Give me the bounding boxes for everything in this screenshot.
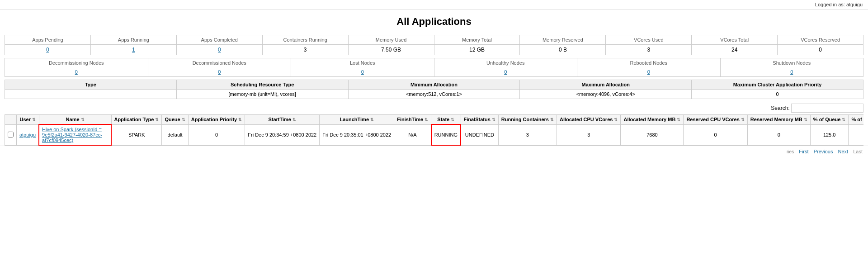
node-metric-value-5[interactable]: 0 (721, 67, 863, 76)
footer-nav: ries First Previous Next Last (0, 146, 868, 157)
sort-icon-14: ⇅ (741, 118, 745, 122)
cluster-metrics-values-row: 01037.50 GB12 GB0 B3240 (5, 45, 863, 55)
node-metric-value-1[interactable]: 0 (148, 67, 292, 76)
sort-icon-5: ⇅ (238, 118, 242, 122)
node-metric-label-2: Lost Nodes (291, 58, 434, 67)
row-checkbox[interactable] (8, 132, 14, 137)
cluster-metric-value-1[interactable]: 1 (91, 45, 177, 55)
table-cell-0[interactable] (5, 124, 17, 145)
node-metrics-section: Decommissioning NodesDecommissioned Node… (5, 58, 863, 77)
cluster-metric-label-4: Memory Used (349, 35, 434, 44)
col-header-14[interactable]: Reserved CPU VCores ⇅ (684, 115, 747, 125)
table-cell-8: N/A (394, 124, 431, 145)
col-header-17[interactable]: % of Cluster ⇅ (849, 115, 863, 125)
cluster-metric-value-2[interactable]: 0 (177, 45, 263, 55)
cluster-metric-label-7: VCores Used (606, 35, 692, 44)
login-text: Logged in as: atguigu (815, 2, 863, 7)
node-metric-value-0[interactable]: 0 (5, 67, 148, 76)
scheduler-headers-row: TypeScheduling Resource TypeMinimum Allo… (5, 80, 863, 90)
cluster-metric-label-5: Memory Total (434, 35, 520, 44)
node-metric-value-2[interactable]: 0 (291, 67, 434, 76)
table-header-row: User ⇅Name ⇅Application Type ⇅Queue ⇅App… (5, 115, 864, 125)
cluster-metric-value-8: 24 (692, 45, 778, 55)
col-header-5[interactable]: Application Priority ⇅ (188, 115, 245, 125)
node-metric-label-4: Rebooted Nodes (577, 58, 721, 67)
sort-icon-13: ⇅ (677, 118, 680, 122)
nav-previous[interactable]: Previous (814, 149, 833, 154)
table-cell-5: 0 (188, 124, 245, 145)
search-input[interactable] (791, 104, 863, 113)
table-cell-1: atguigu (17, 124, 39, 145)
cluster-metric-label-8: VCores Total (692, 35, 778, 44)
sort-icon-11: ⇅ (550, 118, 554, 122)
node-metrics-labels-row: Decommissioning NodesDecommissioned Node… (5, 58, 863, 67)
col-header-7[interactable]: LaunchTime ⇅ (320, 115, 394, 125)
node-metric-label-0: Decommissioning Nodes (5, 58, 148, 67)
cluster-metric-label-3: Containers Running (263, 35, 349, 44)
table-row: atguiguHive on Spark (sessionId = 9e5f2a… (5, 124, 864, 145)
table-cell-11: 3 (498, 124, 557, 145)
nav-first[interactable]: First (799, 149, 808, 154)
col-header-13[interactable]: Allocated Memory MB ⇅ (621, 115, 684, 125)
cluster-metric-value-9: 0 (778, 45, 863, 55)
cluster-metric-value-4: 7.50 GB (349, 45, 434, 55)
sort-icon-8: ⇅ (425, 118, 428, 122)
app-name-link[interactable]: Hive on Spark (sessionId = 9e5f2a41-9427… (42, 127, 102, 143)
node-metric-label-5: Shutdown Nodes (721, 58, 863, 67)
table-cell-3: SPARK (111, 124, 162, 145)
table-cell-12: 3 (557, 124, 621, 145)
col-header-2[interactable]: Name ⇅ (39, 115, 111, 125)
applications-table: User ⇅Name ⇅Application Type ⇅Queue ⇅App… (5, 114, 863, 146)
scheduler-section: TypeScheduling Resource TypeMinimum Allo… (5, 80, 863, 99)
table-cell-16: 125.0 (810, 124, 849, 145)
scheduler-data-1: [memory-mb (unit=Mi), vcores] (177, 90, 349, 99)
col-header-12[interactable]: Allocated CPU VCores ⇅ (557, 115, 621, 125)
cluster-metric-value-0[interactable]: 0 (5, 45, 91, 55)
cluster-metric-value-7: 3 (606, 45, 692, 55)
cluster-metric-label-6: Memory Reserved (520, 35, 606, 44)
node-metric-value-4[interactable]: 0 (577, 67, 721, 76)
footer-small-text: ries (787, 149, 794, 154)
col-header-9[interactable]: State ⇅ (431, 115, 461, 125)
cluster-metric-value-5: 12 GB (434, 45, 520, 55)
table-cell-13: 7680 (621, 124, 684, 145)
scheduler-data-2: <memory:512, vCores:1> (349, 90, 520, 99)
table-cell-17: 62.5 (849, 124, 863, 145)
sort-icon-16: ⇅ (842, 118, 845, 122)
table-cell-14: 0 (684, 124, 747, 145)
cluster-metric-label-9: VCores Reserved (778, 35, 863, 44)
cluster-metric-label-1: Apps Running (91, 35, 177, 44)
user-link[interactable]: atguigu (19, 132, 36, 137)
scheduler-header-4: Maximum Cluster Application Priority (692, 80, 863, 89)
scheduler-header-3: Maximum Allocation (520, 80, 692, 89)
col-header-16[interactable]: % of Queue ⇅ (810, 115, 849, 125)
table-cell-4: default (162, 124, 188, 145)
scheduler-data-row: [memory-mb (unit=Mi), vcores]<memory:512… (5, 90, 863, 99)
sort-icon-15: ⇅ (804, 118, 807, 122)
col-header-6[interactable]: StartTime ⇅ (245, 115, 320, 125)
col-header-15[interactable]: Reserved Memory MB ⇅ (747, 115, 810, 125)
col-header-1[interactable]: User ⇅ (17, 115, 39, 125)
node-metric-value-3[interactable]: 0 (434, 67, 578, 76)
cluster-metric-label-2: Apps Completed (177, 35, 263, 44)
nav-last[interactable]: Last (853, 149, 863, 154)
sort-icon-12: ⇅ (614, 118, 618, 122)
sort-icon-7: ⇅ (370, 118, 374, 122)
table-cell-6: Fri Dec 9 20:34:59 +0800 2022 (245, 124, 320, 145)
table-cell-2: Hive on Spark (sessionId = 9e5f2a41-9427… (39, 124, 111, 145)
sort-icon-9: ⇅ (451, 118, 454, 122)
applications-table-container: User ⇅Name ⇅Application Type ⇅Queue ⇅App… (5, 114, 863, 146)
node-metric-label-3: Unhealthy Nodes (434, 58, 578, 67)
sort-icon-2: ⇅ (81, 118, 85, 122)
sort-icon-6: ⇅ (292, 118, 296, 122)
col-header-11[interactable]: Running Containers ⇅ (498, 115, 557, 125)
table-cell-15: 0 (747, 124, 810, 145)
col-header-3[interactable]: Application Type ⇅ (111, 115, 162, 125)
col-header-4[interactable]: Queue ⇅ (162, 115, 188, 125)
col-header-8[interactable]: FinishTime ⇅ (394, 115, 431, 125)
scheduler-data-3: <memory:4096, vCores:4> (520, 90, 692, 99)
table-body: atguiguHive on Spark (sessionId = 9e5f2a… (5, 124, 864, 145)
scheduler-data-0 (5, 90, 177, 99)
col-header-10[interactable]: FinalStatus ⇅ (461, 115, 498, 125)
nav-next[interactable]: Next (838, 149, 849, 154)
